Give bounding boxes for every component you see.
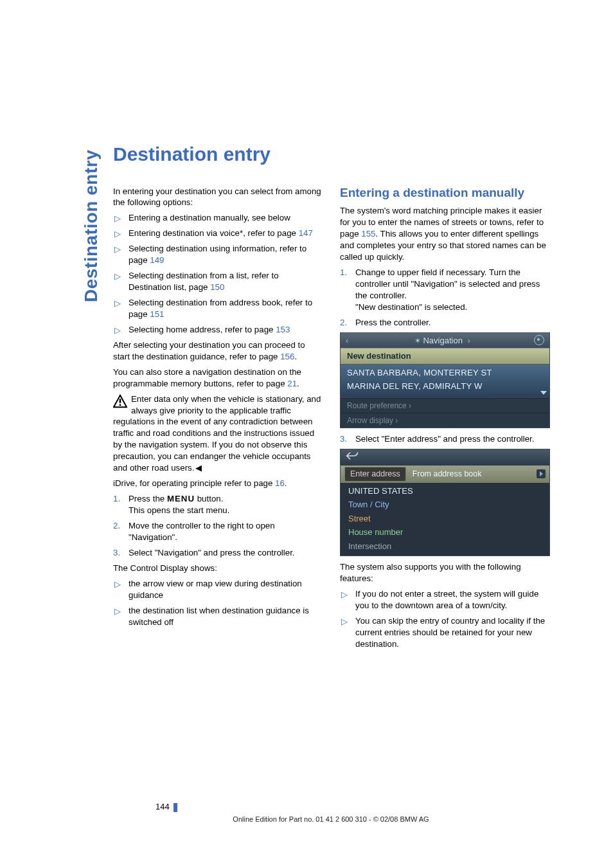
- page-link[interactable]: 16: [275, 478, 285, 488]
- text: .: [294, 352, 297, 361]
- paragraph: The Control Display shows:: [113, 563, 322, 574]
- chevron-right-icon: [537, 469, 546, 478]
- steps-list: 3. Select "Enter address" and press the …: [340, 433, 549, 445]
- page-link[interactable]: 156: [280, 352, 294, 361]
- chevron-left-icon: [346, 335, 351, 347]
- list-item: 1. Press the MENU button. This opens the…: [126, 493, 322, 516]
- text: You can also store a navigation destinat…: [113, 367, 301, 388]
- triangle-bullet-icon: ▷: [114, 244, 121, 255]
- text: Press the: [129, 494, 167, 503]
- page-link[interactable]: 151: [150, 309, 164, 319]
- text: Navigation: [423, 336, 462, 345]
- triangle-bullet-icon: ▷: [114, 271, 121, 282]
- options-list: ▷Entering a destination manually, see be…: [113, 212, 322, 335]
- list-item: 1. Change to upper field if necessary. T…: [353, 267, 549, 313]
- page-link[interactable]: 150: [210, 282, 224, 292]
- nav2-address-fields: UNITED STATES Town / City Street House n…: [341, 483, 549, 556]
- control-display-list: ▷the arrow view or map view during desti…: [113, 578, 322, 628]
- svg-rect-1: [120, 399, 121, 402]
- nav-destination-line: MARINA DEL REY, ADMIRALTY W: [347, 379, 543, 393]
- step-number: 1.: [113, 493, 120, 505]
- tab-from-address-book: From address book: [413, 469, 537, 480]
- nav-arrow-display-row: Arrow display ›: [341, 413, 549, 428]
- list-item: ▷the destination list when destination g…: [126, 605, 322, 628]
- list-item: 3. Select "Enter address" and press the …: [353, 433, 549, 445]
- text: You can skip the entry of country and lo…: [355, 616, 545, 649]
- navigation-screenshot-1: ✶Navigation New destination SANTA BARBAR…: [340, 332, 550, 429]
- page-link[interactable]: 153: [276, 325, 290, 334]
- nav-destination-line: SANTA BARBARA, MONTERREY ST: [347, 366, 543, 380]
- warning-icon: [113, 394, 127, 408]
- page-link[interactable]: 149: [150, 255, 164, 265]
- list-item: ▷You can skip the entry of country and l…: [353, 615, 549, 650]
- step-number: 2.: [113, 520, 120, 532]
- text: button.: [195, 494, 223, 503]
- list-item: ▷Selecting home address, refer to page 1…: [126, 324, 322, 336]
- triangle-bullet-icon: ▷: [114, 579, 121, 590]
- step-number: 3.: [340, 433, 347, 445]
- nav-destinations-panel: SANTA BARBARA, MONTERREY ST MARINA DEL R…: [341, 365, 549, 398]
- option-text: Entering a destination manually, see bel…: [129, 213, 290, 222]
- option-text: Selecting home address, refer to page: [129, 325, 276, 334]
- list-item: 3. Select "Navigation" and press the con…: [126, 547, 322, 559]
- nav2-town-row: Town / City: [341, 498, 549, 512]
- option-text: Selecting destination from a list, refer…: [129, 271, 279, 292]
- intro-text: In entering your destination you can sel…: [113, 186, 322, 209]
- warning-block: Enter data only when the vehicle is stat…: [113, 393, 322, 475]
- nav2-tabs: Enter address From address book: [341, 466, 549, 483]
- list-item: ▷Entering destination via voice*, refer …: [126, 228, 322, 239]
- text: Select "Navigation" and press the contro…: [129, 548, 295, 557]
- page-link[interactable]: 155: [361, 229, 375, 239]
- gps-status-icon: [534, 335, 544, 345]
- nav2-intersection-row: Intersection: [341, 539, 549, 554]
- triangle-bullet-icon: ▷: [341, 616, 348, 628]
- warning-text: Enter data only when the vehicle is stat…: [113, 394, 321, 473]
- nav2-house-row: House number: [341, 525, 549, 539]
- text: .: [285, 478, 287, 488]
- list-item: ▷Selecting destination from a list, refe…: [126, 270, 322, 293]
- list-item: 2. Move the controller to the right to o…: [126, 520, 322, 543]
- nav-topbar: ✶Navigation: [341, 333, 549, 348]
- support-list: ▷If you do not enter a street, the syste…: [340, 588, 549, 650]
- text: iDrive, for operating principle refer to…: [113, 478, 275, 488]
- page-link[interactable]: 21: [287, 379, 297, 388]
- triangle-bullet-icon: ▷: [114, 325, 121, 336]
- navigation-screenshot-2: Enter address From address book UNITED S…: [340, 449, 550, 556]
- menu-button-label: MENU: [167, 494, 195, 503]
- page-number: 144: [113, 801, 549, 814]
- nav-new-destination-row: New destination: [341, 348, 549, 365]
- nav2-street-row: Street: [341, 512, 549, 526]
- nav-title: ✶Navigation: [351, 335, 534, 347]
- option-text: Entering destination via voice*, refer t…: [129, 228, 299, 238]
- paragraph: iDrive, for operating principle refer to…: [113, 478, 322, 489]
- list-item: 2. Press the controller.: [353, 317, 549, 329]
- text: the destination list when destination gu…: [129, 606, 309, 627]
- step-number: 3.: [113, 547, 120, 559]
- list-item: ▷the arrow view or map view during desti…: [126, 578, 322, 601]
- page-footer: 144 Online Edition for Part no. 01 41 2 …: [113, 801, 549, 824]
- page-marker-icon: [173, 803, 177, 812]
- step-subtext: This opens the start menu.: [129, 505, 322, 516]
- nav2-country-row: UNITED STATES: [341, 484, 549, 498]
- text: Select "Enter address" and press the con…: [355, 434, 534, 444]
- text: the arrow view or map view during destin…: [129, 579, 302, 600]
- list-item: ▷Selecting destination from address book…: [126, 297, 322, 320]
- triangle-bullet-icon: ▷: [341, 589, 348, 601]
- text: After selecting your destination you can…: [113, 340, 305, 361]
- step-number: 1.: [340, 267, 347, 278]
- end-marker-icon: ◀: [195, 462, 202, 474]
- nav2-topbar: [341, 449, 549, 466]
- page-link[interactable]: 147: [299, 228, 313, 238]
- chevron-right-icon: [463, 336, 470, 345]
- step-subtext: "New destination" is selected.: [355, 302, 549, 313]
- paragraph: The system's word matching principle mak…: [340, 205, 549, 263]
- text: Change to upper field if necessary. Turn…: [355, 267, 540, 300]
- back-icon: [346, 451, 359, 464]
- satellite-icon: ✶: [414, 336, 421, 345]
- nav-route-preference-row: Route preference ›: [341, 398, 549, 413]
- text: If you do not enter a street, the system…: [355, 589, 538, 610]
- left-column: In entering your destination you can sel…: [113, 186, 322, 654]
- edition-line: Online Edition for Part no. 01 41 2 600 …: [113, 815, 549, 824]
- section-heading: Entering a destination manually: [340, 186, 549, 201]
- paragraph: After selecting your destination you can…: [113, 339, 322, 363]
